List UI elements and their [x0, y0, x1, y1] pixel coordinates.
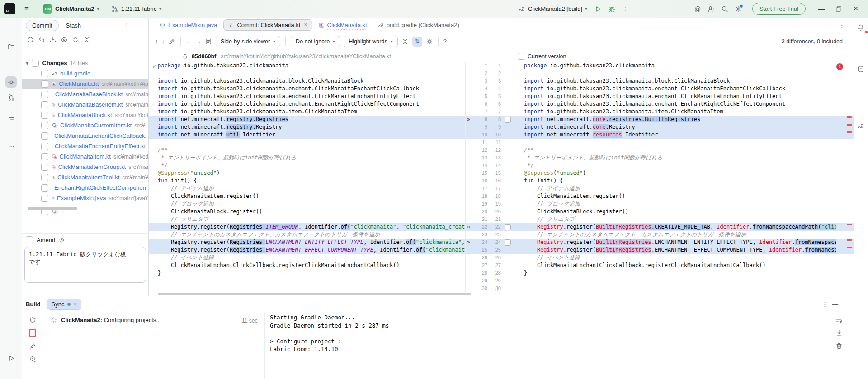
diff-row[interactable]: 2929 [149, 277, 854, 285]
run-configuration-selector[interactable]: ClickManaita2 [build] ▾ [515, 4, 590, 14]
code-with-me-button[interactable] [705, 3, 717, 15]
diff-right-line[interactable]: import io.github.takusan23.clickmanaita.… [518, 100, 836, 108]
diff-row[interactable]: import io.github.takusan23.clickmanaita.… [149, 93, 854, 100]
file-checkbox[interactable] [41, 101, 48, 108]
diff-right-line[interactable]: */ [518, 162, 836, 169]
diff-row[interactable]: Registry.register(Registries.ITEM_GROUP,… [149, 223, 854, 231]
diff-row[interactable]: // ブロック追加1919 // ブロック追加 [149, 200, 854, 208]
collapse-all-icon[interactable] [83, 36, 90, 43]
main-menu-button[interactable]: ≡ [21, 3, 33, 15]
highlight-policy-dropdown[interactable]: Highlight words▾ [344, 36, 398, 47]
file-checkbox[interactable] [41, 184, 48, 192]
diff-right-line[interactable]: // ブロック追加 [518, 200, 836, 208]
scroll-to-end-icon[interactable] [835, 329, 843, 337]
diff-left-line[interactable]: ClickManaitaItem.register() [149, 192, 465, 200]
branch-widget[interactable]: 1.21.11-fabric ▾ [108, 4, 165, 14]
diff-left-line[interactable]: import net.minecraft.registry.Registries [149, 116, 465, 123]
diff-right-line[interactable]: ClickManaitaItem.register() [518, 192, 836, 200]
commit-panel-hide-button[interactable]: — [135, 22, 141, 29]
diff-left-line[interactable] [149, 285, 465, 292]
file-row[interactable]: CExampleMixin.javasrc¥main¥java¥ [22, 193, 148, 203]
diff-row[interactable]: import net.minecraft.util.Identifier1010… [149, 131, 854, 139]
vcs-tool-button[interactable] [5, 92, 17, 103]
diff-right-line[interactable]: Registry.register(BuiltInRegistries.ENCH… [518, 246, 836, 254]
diff-row[interactable]: import io.github.takusan23.clickmanaita.… [149, 108, 854, 116]
whitespace-policy-dropdown[interactable]: Do not ignore▾ [291, 36, 340, 47]
viewer-mode-dropdown[interactable]: Side-by-side viewer▾ [216, 36, 280, 47]
change-marker[interactable]: » [467, 223, 473, 231]
diff-row[interactable]: import io.github.takusan23.clickmanaita.… [149, 100, 854, 108]
diff-right-line[interactable]: import net.minecraft.core.Registry [518, 123, 836, 131]
error-stripe-mark[interactable] [847, 124, 852, 126]
diff-row[interactable]: import io.github.takusan23.clickmanaita.… [149, 85, 854, 93]
diff-left-line[interactable]: import io.github.takusan23.clickmanaita.… [149, 93, 465, 100]
diff-right-line[interactable]: /** [518, 146, 836, 154]
diff-left-line[interactable]: import io.github.takusan23.clickmanaita.… [149, 100, 465, 108]
diff-row[interactable]: import io.github.takusan23.clickmanaita.… [149, 77, 854, 85]
error-stripe-mark[interactable] [847, 224, 852, 225]
changes-checkbox[interactable] [32, 60, 39, 67]
clear-console-icon[interactable] [835, 342, 843, 350]
commit-history-icon[interactable] [59, 237, 65, 243]
diff-row[interactable]: */1414 */ [149, 162, 854, 169]
more-tool-windows-button[interactable]: ⋯ [5, 141, 17, 152]
diff-left-line[interactable]: import io.github.takusan23.clickmanaita.… [149, 108, 465, 116]
tab-list-options-button[interactable]: ⋮ [839, 21, 845, 29]
diff-row[interactable]: // エンチャントのカスタムエフェクト、カスタムエフェクトのトリガー条件を追加2… [149, 231, 854, 239]
amend-checkbox[interactable] [26, 236, 33, 243]
diff-left-line[interactable]: Registry.register(Registries.ITEM_GROUP,… [149, 223, 465, 231]
debug-button[interactable] [606, 3, 618, 15]
diff-row[interactable]: 22 [149, 70, 854, 77]
file-checkbox[interactable] [41, 143, 48, 150]
diff-row[interactable]: * エントリーポイント。起動時にinit関数が呼ばれる1313 * エントリーポ… [149, 154, 854, 162]
structure-tool-button[interactable] [5, 114, 17, 125]
diff-row[interactable]: fun init() {1616fun init() { [149, 177, 854, 185]
diff-right-line[interactable]: @Suppress("unused") [518, 169, 836, 177]
gradle-console[interactable]: Starting Gradle Daemon...Gradle Daemon s… [270, 313, 830, 353]
database-tool-button[interactable] [857, 65, 864, 73]
diff-left-line[interactable]: } [149, 269, 465, 277]
diff-right-line[interactable]: ClickManaitaEnchantClickCallback.registe… [518, 262, 836, 269]
file-checkbox[interactable] [41, 132, 48, 140]
soft-wrap-icon[interactable] [835, 316, 843, 323]
commit-tool-button[interactable] [5, 76, 17, 88]
build-progress-row[interactable]: ClickManaita2: Configuring projects... [50, 316, 263, 323]
error-stripe-mark[interactable] [847, 247, 852, 248]
file-checkbox[interactable] [41, 164, 48, 171]
diff-right-line[interactable]: // イベント登録 [518, 254, 836, 262]
diff-right-line[interactable]: // クリエタブ [518, 215, 836, 223]
diff-horizontal-scrollbar[interactable] [158, 293, 471, 295]
search-everywhere-button[interactable] [719, 3, 731, 15]
diff-right-line[interactable]: import net.minecraft.core.registries.Bui… [518, 116, 836, 123]
project-widget[interactable]: CM ClickManaita2 ▾ [40, 2, 103, 15]
diff-right-line[interactable]: import io.github.takusan23.clickmanaita.… [518, 108, 836, 116]
changes-group-row[interactable]: ▾ Changes 14 files [22, 58, 148, 68]
minimize-window-button[interactable]: — [814, 3, 829, 15]
diff-row[interactable]: 3030 [149, 285, 854, 292]
file-checkbox[interactable] [41, 153, 48, 160]
diff-left-line[interactable]: Registry.register(Registries.ENCHANTMENT… [149, 239, 465, 246]
editor-tab[interactable]: build.gradle (ClickManaita2) [373, 19, 464, 31]
diff-row[interactable]: }2828} [149, 269, 854, 277]
gradle-tool-button[interactable] [857, 122, 864, 130]
run-button[interactable] [592, 3, 604, 15]
file-checkbox[interactable] [41, 80, 48, 88]
build-panel-divider[interactable] [264, 313, 265, 379]
diff-left-line[interactable]: * エントリーポイント。起動時にinit関数が呼ばれる [149, 154, 465, 162]
diff-left-line[interactable] [149, 277, 465, 285]
file-row[interactable]: ClickManaitaBaseBlock.ktsrc¥main [22, 89, 148, 99]
diff-left-line[interactable]: fun init() { [149, 177, 465, 185]
editor-tab[interactable]: ClickManaita.kt [314, 19, 372, 31]
file-row[interactable]: EnchantRightClickEffectComponen [22, 182, 148, 193]
diff-left-line[interactable]: Registry.register(Registries.ENCHANTMENT… [149, 246, 465, 254]
file-checkbox[interactable] [41, 174, 48, 181]
more-actions-button[interactable]: ⋮ [619, 3, 631, 15]
change-marker[interactable]: » [467, 116, 473, 123]
diff-row[interactable]: 1111 [149, 139, 854, 146]
settings-button[interactable] [732, 3, 744, 15]
diff-row[interactable]: package io.github.takusan23.clickmanaita… [149, 62, 854, 70]
diff-right-line[interactable]: } [518, 269, 836, 277]
diff-row[interactable]: ClickManaitaItem.register()1818 ClickMan… [149, 192, 854, 200]
error-stripe-mark[interactable] [847, 239, 852, 241]
tab-sync[interactable]: Sync × [47, 299, 81, 310]
